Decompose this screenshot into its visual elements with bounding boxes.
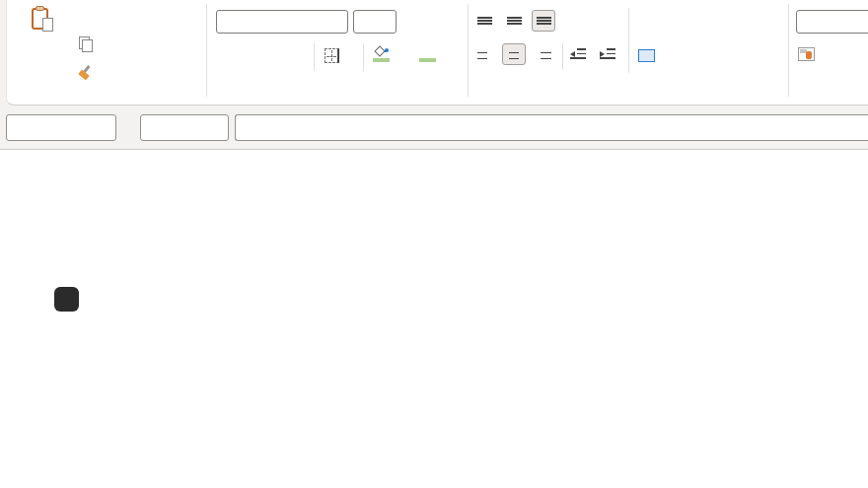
align-right-button[interactable] <box>532 43 555 65</box>
fill-color-button[interactable] <box>373 47 390 62</box>
align-center-button[interactable] <box>502 43 526 65</box>
number-group <box>789 0 868 105</box>
formula-input[interactable] <box>235 114 868 141</box>
spreadsheet-grid <box>0 149 868 488</box>
accounting-format-button[interactable] <box>798 47 815 61</box>
align-left-button[interactable] <box>472 43 496 65</box>
borders-button[interactable] <box>325 48 339 63</box>
align-bottom-button[interactable] <box>532 10 555 32</box>
wrap-text-icon <box>638 14 654 21</box>
ribbon <box>6 0 868 105</box>
format-painter-icon <box>78 65 92 79</box>
font-group <box>207 0 467 105</box>
clipboard-group <box>7 0 204 105</box>
decrease-indent-button[interactable] <box>570 48 586 59</box>
excel-window <box>0 0 868 488</box>
paste-icon <box>32 6 53 32</box>
font-color-button[interactable] <box>419 46 436 62</box>
copy-icon <box>79 36 91 50</box>
font-size-select[interactable] <box>353 10 397 34</box>
formula-bar-row <box>0 105 868 149</box>
watermark <box>54 287 85 312</box>
merge-center-button[interactable] <box>638 49 679 62</box>
name-box[interactable] <box>6 114 116 141</box>
template-net-logo-icon <box>54 287 79 312</box>
format-painter-button[interactable] <box>78 65 97 79</box>
alignment-group <box>469 0 784 105</box>
merge-center-icon <box>638 49 655 62</box>
align-top-button[interactable] <box>472 10 496 32</box>
paste-button[interactable] <box>21 6 64 35</box>
wrap-text-button[interactable] <box>638 14 659 21</box>
copy-button[interactable] <box>79 36 108 50</box>
align-middle-button[interactable] <box>502 10 526 32</box>
formula-buttons <box>140 114 229 141</box>
number-format-select[interactable] <box>796 10 868 34</box>
font-name-select[interactable] <box>216 10 348 34</box>
increase-indent-button[interactable] <box>600 48 615 59</box>
